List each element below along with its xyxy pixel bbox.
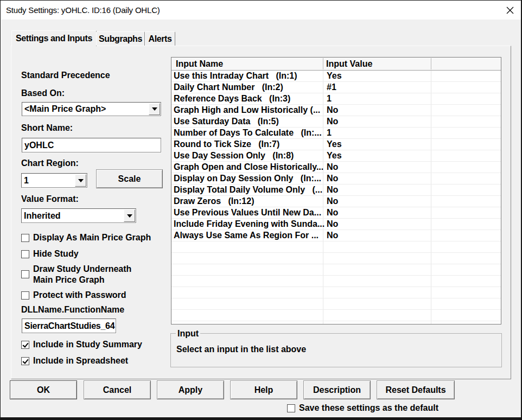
table-row-empty[interactable] [171,298,501,310]
tab-label: Alerts [149,34,172,44]
column-header-input-name[interactable]: Input Name [176,58,321,70]
chevron-down-icon [127,214,132,218]
help-button[interactable]: Help [230,380,297,399]
input-name-cell: Number of Days To Calculate (In:... [174,128,322,138]
standard-precedence-label: Standard Precedence [21,71,110,80]
table-row[interactable]: Use Day Session Only (In:8)Yes [171,150,501,162]
apply-button[interactable]: Apply [157,380,224,399]
input-value-cell: No [327,196,338,207]
value-format-value: Inherited [24,209,61,222]
hide-study-label: Hide Study [33,249,79,259]
inputs-table-header[interactable]: Input Name Input Value [171,58,501,71]
reset-defaults-button-label: Reset Defaults [385,385,445,395]
description-button-label: Description [313,385,361,395]
table-row[interactable]: Graph High and Low Historically (...No [171,105,501,116]
input-value-cell: Yes [327,71,342,81]
table-row[interactable]: Use Saturday Data (In:5)No [171,116,501,128]
input-value-cell: 1 [327,128,332,138]
save-settings-default-label: Save these settings as the default [299,403,438,413]
include-in-study-summary-checkbox[interactable] [21,341,29,349]
input-name-cell: Daily Chart Number (In:2) [174,82,283,93]
tab-subgraphs[interactable]: Subgraphs [96,31,145,46]
table-row[interactable]: Always Use Same As Region For ...No [171,230,501,241]
value-format-combobox[interactable]: Inherited [21,208,136,223]
dialog-title: Study Settings: yOHLC. ID:16 (Daily OHLC… [6,1,160,20]
draw-study-underneath-label: Draw Study Underneath Main Price Graph [33,264,142,285]
input-name-cell: Display Total Daily Volume Only (... [174,184,322,195]
display-as-main-price-graph-checkbox[interactable] [21,234,29,242]
close-button[interactable] [502,3,518,17]
inputs-table: Input Name Input Value Use this Intraday… [171,57,501,324]
column-header-blank[interactable] [434,58,499,70]
table-row-empty[interactable] [171,253,501,264]
table-row[interactable]: Daily Chart Number (In:2)#1 [171,82,501,93]
table-row[interactable]: Use Previous Values Until New Da...No [171,207,501,219]
input-value-cell: No [327,162,338,173]
chart-region-dropdown-button[interactable] [75,174,86,187]
tab-settings-and-inputs[interactable]: Settings and Inputs [11,30,97,46]
column-header-input-value[interactable]: Input Value [326,58,428,70]
table-row-empty[interactable] [171,310,501,321]
short-name-label: Short Name: [21,124,73,132]
titlebar[interactable]: Study Settings: yOHLC. ID:16 (Daily OHLC… [1,1,521,20]
reset-defaults-button[interactable]: Reset Defaults [377,380,455,399]
table-row[interactable]: Graph Open and Close Historically...No [171,162,501,173]
input-value-cell: 1 [327,93,332,104]
input-name-cell: Always Use Same As Region For ... [174,230,319,241]
table-row[interactable]: Display Total Daily Volume Only (...No [171,184,501,196]
table-row-empty[interactable] [171,264,501,276]
description-button[interactable]: Description [303,380,371,399]
scale-button-label: Scale [118,174,141,184]
based-on-combobox[interactable]: <Main Price Graph> [22,102,161,116]
include-in-spreadsheet-checkbox[interactable] [21,357,29,365]
check-icon [22,341,28,348]
input-groupbox-label: Input [176,329,200,338]
input-value-cell: Yes [327,150,342,161]
display-as-main-price-graph-label: Display As Main Price Graph [33,232,151,243]
input-value-cell: No [327,184,338,195]
input-value-cell: No [327,173,338,184]
table-row[interactable]: Include Friday Evening with Sunda...No [171,219,501,230]
check-icon [22,358,28,364]
table-row[interactable]: Round to Tick Size (In:7)Yes [171,139,501,150]
table-row-empty[interactable] [171,241,501,253]
input-name-cell: Reference Days Back (In:3) [174,93,290,104]
table-row[interactable]: Draw Zeros (In:12)No [171,196,501,207]
based-on-value: <Main Price Graph> [24,103,106,116]
table-row-empty[interactable] [171,287,501,298]
value-format-dropdown-button[interactable] [124,209,135,222]
chart-region-combobox[interactable]: 1 [21,173,87,188]
table-row[interactable]: Number of Days To Calculate (In:...1 [171,128,501,139]
table-row-empty[interactable] [171,321,501,324]
table-row[interactable]: Reference Days Back (In:3)1 [171,93,501,105]
ok-button[interactable]: OK [10,380,77,399]
short-name-value: yOHLC [24,138,54,152]
input-name-cell: Display on Day Session Only (In:... [174,173,321,184]
window-edge-highlight [1,1,1,417]
dll-function-name-input[interactable]: SierraChartStudies_64 [22,319,116,333]
based-on-label: Based On: [21,89,65,98]
save-settings-default-checkbox[interactable] [287,404,295,412]
input-value-cell: No [327,230,338,241]
include-in-study-summary-label: Include in Study Summary [33,339,142,350]
tab-pane: Standard Precedence Based On: <Main Pric… [11,46,511,379]
table-row[interactable]: Use this Intraday Chart (In:1)Yes [171,71,501,82]
input-name-cell: Graph Open and Close Historically... [174,162,323,173]
input-value-cell: No [327,105,338,116]
header-separator[interactable] [323,58,323,69]
input-name-cell: Include Friday Evening with Sunda... [174,219,324,230]
protect-with-password-checkbox[interactable] [21,291,29,300]
based-on-dropdown-button[interactable] [149,103,160,115]
input-name-cell: Draw Zeros (In:12) [174,196,254,207]
table-row[interactable]: Display on Day Session Only (In:...No [171,173,501,184]
cancel-button[interactable]: Cancel [84,380,151,399]
chevron-down-icon [152,107,157,111]
short-name-input[interactable]: yOHLC [22,138,161,152]
hide-study-checkbox[interactable] [21,250,29,258]
header-separator[interactable] [431,58,431,69]
tab-alerts[interactable]: Alerts [145,31,175,46]
chart-region-value: 1 [24,174,29,187]
table-row-empty[interactable] [171,276,501,287]
scale-button[interactable]: Scale [96,169,163,188]
draw-study-underneath-checkbox[interactable] [21,270,29,278]
